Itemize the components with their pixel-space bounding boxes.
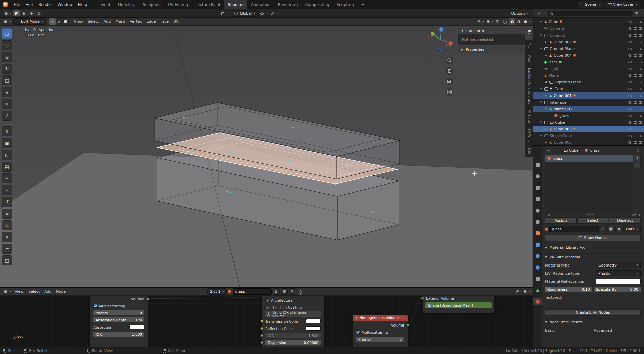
deselect-button[interactable]: Deselect [609, 217, 641, 224]
workspace-tab-scripting[interactable]: Scripting [333, 0, 358, 9]
ior-slider[interactable]: IOR1.000 [93, 332, 144, 337]
disable-render-icon[interactable] [639, 135, 642, 137]
hide-viewport-icon[interactable] [628, 88, 632, 90]
livi-type-dropdown[interactable]: Plastic ▾ [596, 270, 641, 276]
outliner-editor-icon[interactable]: ≡ [535, 10, 542, 16]
npanel-tab-view[interactable]: View [525, 52, 533, 65]
zoom-button[interactable] [446, 57, 453, 64]
disable-viewport-icon[interactable] [634, 41, 637, 43]
outliner-item-single-cube[interactable]: ▼Single Cube [533, 132, 644, 139]
add-slot-button[interactable]: + [634, 155, 641, 161]
disable-render-icon[interactable] [639, 141, 642, 144]
disable-viewport-icon[interactable] [634, 61, 637, 63]
transmission-color-socket[interactable] [260, 320, 263, 323]
list-resize-grip[interactable] [586, 214, 594, 216]
hide-viewport-icon[interactable] [628, 34, 632, 37]
disable-viewport-icon[interactable] [634, 108, 637, 110]
disable-render-icon[interactable] [639, 88, 642, 90]
edge-select-button[interactable] [56, 18, 62, 25]
outliner-item-lighting-freak[interactable]: Lighting Freak [533, 79, 644, 85]
create-envi-nodes-button[interactable]: Create EnVi Nodes [545, 309, 641, 316]
volume-node[interactable]: Volume Multiscattering Priority0 Absorpt… [90, 296, 148, 347]
tool-measure[interactable]: ∠ [2, 111, 12, 121]
overlays-icon[interactable]: ◉ [485, 18, 491, 25]
disable-render-icon[interactable] [639, 34, 642, 37]
absorption-depth-slider[interactable]: Absorption Depth1 m [93, 317, 144, 322]
show-nodes-button[interactable]: Show Nodes [545, 235, 641, 241]
filter-icon[interactable] [635, 12, 638, 15]
disable-viewport-icon[interactable] [634, 21, 637, 23]
disable-render-icon[interactable] [639, 54, 642, 57]
properties-tab-object-data[interactable] [533, 287, 542, 294]
navigation-gizmo[interactable] [429, 27, 453, 51]
outliner-item-laser[interactable]: laser [533, 59, 644, 65]
hide-viewport-icon[interactable] [628, 121, 632, 124]
users-count-button[interactable]: 5 [273, 288, 280, 295]
viewport-menu-mesh[interactable]: Mesh [113, 19, 127, 24]
hide-viewport-icon[interactable] [628, 27, 632, 30]
menu-window[interactable]: Window [55, 2, 75, 7]
filter-plus-icon[interactable]: ⊕ [547, 213, 550, 217]
menu-edit[interactable]: Edit [23, 2, 36, 7]
disable-render-icon[interactable] [639, 48, 642, 50]
outliner-item-lo-cube[interactable]: ▼Lo Cube [533, 119, 644, 126]
expand-icon[interactable]: ▶ [544, 141, 548, 144]
xray-toggle-icon[interactable]: ◫ [494, 18, 500, 25]
properties-tab-world[interactable] [533, 218, 542, 225]
viewport-menu-edge[interactable]: Edge [144, 19, 158, 24]
gizmo-chevron-icon[interactable]: ▾ [483, 20, 484, 23]
axis-y-ball[interactable] [431, 32, 435, 36]
workspace-tab-rendering[interactable]: Rendering [274, 0, 302, 9]
transform-panel-header[interactable]: ▼ Transform [458, 27, 525, 34]
overlays-icon[interactable]: ◉ [522, 288, 528, 295]
material-type-dropdown[interactable]: Geometry ▾ [596, 262, 641, 268]
select-mode-option-1[interactable]: ⊕ [20, 10, 28, 16]
vi-suite-panel-header[interactable]: ▼ VI-Suite Material [545, 253, 641, 260]
snapping-icon[interactable]: ◎ [515, 288, 521, 295]
editor-type-icon[interactable]: ▦ [2, 19, 9, 25]
tool-loop-cut[interactable]: ▤ [2, 162, 12, 172]
outliner-item-cube-005[interactable]: ▶Cube.005 [533, 139, 644, 145]
npanel-tab-tool[interactable]: Tool [525, 40, 533, 52]
hide-viewport-icon[interactable] [628, 74, 632, 77]
slot-dropdown[interactable]: Slot 1 ▾ [207, 288, 227, 295]
hide-viewport-icon[interactable] [628, 115, 632, 117]
viewport-menu-face[interactable]: Face [158, 19, 171, 24]
blender-logo-icon[interactable] [3, 2, 8, 7]
expand-icon[interactable]: ▼ [539, 87, 543, 90]
tool-scale[interactable]: ◱ [2, 75, 12, 85]
reflection-color-swatch[interactable] [306, 326, 321, 331]
outliner-item-cube-003[interactable]: ▶Cube.003 [533, 126, 644, 132]
homogeneous-volume-node[interactable]: ▼ Homogeneous Volume Volume Multiscatter… [352, 314, 408, 347]
expand-icon[interactable]: ▶ [539, 20, 543, 23]
outliner-item-interface[interactable]: ▼Interface [533, 99, 644, 106]
outliner-item-cube-001[interactable]: ▶Cube.001 [533, 92, 644, 99]
outliner-item-hi-cube[interactable]: ▼Hi Cube [533, 85, 644, 92]
disable-render-icon[interactable] [639, 61, 642, 63]
view-layer-selector[interactable]: View Layer ✕ [605, 1, 640, 8]
tool-spin[interactable]: ↺ [2, 197, 12, 207]
shading-wireframe-icon[interactable]: ◯ [502, 18, 508, 25]
axis-z-neg-ball[interactable] [438, 48, 441, 51]
view-layer-unlink-icon[interactable]: ✕ [635, 3, 638, 6]
dispersion-socket[interactable] [260, 341, 263, 344]
hide-viewport-icon[interactable] [628, 95, 632, 97]
viewport-menu-uv[interactable]: UV [171, 19, 181, 24]
node-collapse-icon[interactable]: ▼ [355, 316, 357, 319]
camera-view-button[interactable] [446, 78, 453, 85]
pin-icon[interactable] [299, 290, 302, 293]
tool-options[interactable]: Options ▾ [511, 11, 528, 16]
shader-menu-node[interactable]: Node [54, 289, 68, 294]
outliner-item-ground-plane[interactable]: ▼Ground Plane [533, 45, 644, 52]
shader-menu-add[interactable]: Add [42, 289, 54, 294]
tool-cursor[interactable]: ◌ [2, 40, 12, 50]
viewport-menu-vertex[interactable]: Vertex [127, 19, 144, 24]
tool-transform[interactable]: ◈ [2, 87, 12, 97]
viewport-menu-view[interactable]: View [72, 19, 85, 24]
tool-bevel[interactable]: ◺ [2, 150, 12, 160]
viewport-menu-add[interactable]: Add [101, 19, 113, 24]
disable-viewport-icon[interactable] [634, 135, 637, 137]
npanel-tab-vi-suite[interactable]: VI-Suite [525, 107, 533, 126]
hide-viewport-icon[interactable] [628, 108, 632, 110]
outliner-search-input[interactable] [555, 11, 630, 15]
